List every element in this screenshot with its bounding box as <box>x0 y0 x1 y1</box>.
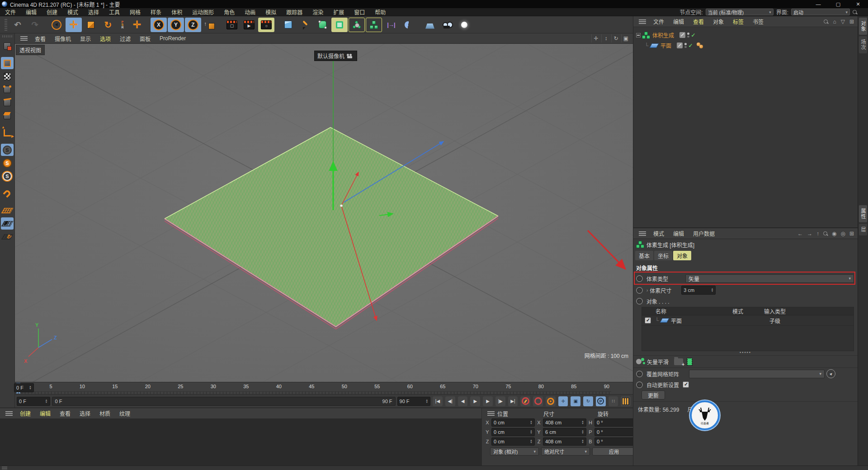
animation-ring-icon[interactable] <box>637 382 642 387</box>
goto-prev-key-button[interactable]: ◀| <box>445 396 455 406</box>
interface-dropdown[interactable]: 启动 <box>791 9 850 15</box>
deformer-button[interactable]: |→| <box>383 18 399 32</box>
dock-tab-attributes[interactable]: 属性 <box>859 205 867 222</box>
align-workplane-button[interactable] <box>1 230 14 243</box>
table-row-plane[interactable]: └ 平面 子级 <box>642 315 854 325</box>
voxel-size-field[interactable]: 3 cm▲▼ <box>681 286 716 295</box>
view-pan-icon[interactable]: ✛ <box>591 34 600 42</box>
workplane-button[interactable] <box>1 204 14 216</box>
lock-y-axis-button[interactable]: Y <box>168 18 184 32</box>
floor-button[interactable] <box>422 18 438 32</box>
generator-button[interactable] <box>314 18 330 32</box>
end-frame-field[interactable]: 90 F▲▼ <box>397 397 431 406</box>
object-manager-menu-icon[interactable] <box>639 19 646 24</box>
visibility-dots-icon[interactable] <box>684 43 687 48</box>
search-icon[interactable] <box>853 10 857 14</box>
ruler-frame-field[interactable]: 0 F▲▼ <box>14 383 34 392</box>
om-menu-bookmarks[interactable]: 书签 <box>748 18 768 25</box>
minimize-button[interactable]: — <box>808 0 828 8</box>
menu-tracker[interactable]: 跟踪器 <box>281 8 307 16</box>
menu-volume[interactable]: 体积 <box>166 8 187 16</box>
size-mode-dropdown[interactable]: 绝对尺寸 <box>541 447 590 456</box>
palette-grip[interactable] <box>2 35 12 38</box>
magnet-tool-button[interactable] <box>1 187 14 199</box>
render-settings-button[interactable]: ☼ <box>258 18 274 32</box>
point-mode-button[interactable] <box>1 83 14 95</box>
search-icon[interactable] <box>823 231 828 236</box>
menu-tools[interactable]: 工具 <box>104 8 125 16</box>
objects-list-empty[interactable] <box>642 326 854 351</box>
am-menu-userdata[interactable]: 用户数据 <box>689 230 719 237</box>
quantize-snap-button[interactable]: S <box>1 170 14 182</box>
viewport-menu-icon[interactable] <box>20 36 28 41</box>
coordinates-menu-icon[interactable] <box>487 411 495 416</box>
back-icon[interactable]: ← <box>797 230 803 237</box>
apply-button[interactable]: 应用 <box>592 447 636 456</box>
toolbar-grip[interactable] <box>5 19 7 31</box>
object-name[interactable]: 平面 <box>660 42 671 49</box>
last-tool-psr-button[interactable]: PSR <box>117 18 128 32</box>
visibility-dots-icon[interactable] <box>687 33 689 38</box>
row-checkbox[interactable] <box>645 317 651 324</box>
layer-toggle-icon[interactable] <box>679 32 685 38</box>
viewport[interactable]: 查看 摄像机 显示 选项 过滤 面板 ProRender ✛ ↕ ↻ ▣ <box>15 33 633 382</box>
lock-x-axis-button[interactable]: X <box>151 18 167 32</box>
expand-arrow-icon[interactable]: › <box>646 288 648 293</box>
goto-next-key-button[interactable]: |▶ <box>495 396 505 406</box>
primitive-cube-button[interactable] <box>280 18 296 32</box>
search-icon[interactable] <box>824 19 828 24</box>
om-menu-object[interactable]: 对象 <box>708 18 728 25</box>
rotation-b-field[interactable]: 0 °▲▼ <box>594 437 638 446</box>
next-frame-button[interactable]: ▶ <box>483 396 493 406</box>
menu-extensions[interactable]: 扩展 <box>328 8 349 16</box>
render-picture-viewer-button[interactable]: ▶ <box>241 18 257 32</box>
animation-ring-icon[interactable] <box>637 299 642 304</box>
volume-builder-button[interactable] <box>349 18 365 32</box>
close-button[interactable]: ✕ <box>848 0 868 8</box>
layer-toggle-icon[interactable] <box>677 42 683 48</box>
phong-tag-icon[interactable] <box>697 42 704 49</box>
om-menu-edit[interactable]: 编辑 <box>669 18 689 25</box>
key-position-toggle[interactable]: ✛ <box>558 396 568 406</box>
lock-z-axis-button[interactable]: Z <box>185 18 201 32</box>
autokey-button[interactable] <box>533 396 543 406</box>
position-y-field[interactable]: 0 cm▲▼ <box>491 428 535 436</box>
gizmo-center[interactable] <box>340 204 342 207</box>
make-editable-button[interactable] <box>1 40 14 52</box>
snap-settings-button[interactable]: S <box>1 157 14 169</box>
size-x-field[interactable]: 408 cm▲▼ <box>543 418 586 427</box>
goto-end-button[interactable]: ▶| <box>508 396 518 406</box>
coordinate-mode-dropdown[interactable]: 对象 (相对) <box>490 447 539 456</box>
play-button[interactable]: ▶ <box>470 396 480 406</box>
viewport-menu-filter[interactable]: 过滤 <box>115 35 135 42</box>
position-x-field[interactable]: 0 cm▲▼ <box>491 418 535 427</box>
texture-mode-button[interactable] <box>1 70 14 82</box>
om-menu-file[interactable]: 文件 <box>649 18 669 25</box>
material-menu-create[interactable]: 创建 <box>15 409 35 417</box>
redo-button[interactable]: ↷ <box>27 18 43 32</box>
scale-tool-button[interactable] <box>83 18 99 32</box>
size-z-field[interactable]: 408 cm▲▼ <box>543 437 586 446</box>
om-menu-view[interactable]: 查看 <box>689 18 708 25</box>
dock-tab-layers[interactable]: 层 <box>859 224 867 235</box>
view-rotate-icon[interactable]: ↻ <box>611 34 620 42</box>
forward-icon[interactable]: → <box>807 230 812 237</box>
add-panel-icon[interactable]: ⊞ <box>849 230 854 237</box>
material-menu-icon[interactable] <box>5 411 13 416</box>
spline-pen-button[interactable] <box>297 18 313 32</box>
enable-axis-button[interactable] <box>1 127 14 139</box>
view-toggle-icon[interactable]: ▣ <box>621 34 630 42</box>
material-menu-select[interactable]: 选择 <box>75 409 95 417</box>
view-zoom-icon[interactable]: ↕ <box>601 34 610 42</box>
rotate-tool-button[interactable]: ↻ <box>100 18 116 32</box>
prev-frame-button[interactable]: ◀ <box>458 396 468 406</box>
light-button[interactable] <box>456 18 472 32</box>
viewport-menu-panel[interactable]: 面板 <box>135 35 155 42</box>
model-mode-button[interactable] <box>1 57 14 69</box>
undo-button[interactable]: ↶ <box>9 18 26 32</box>
animation-ring-icon[interactable] <box>637 288 642 293</box>
menu-character[interactable]: 角色 <box>219 8 240 16</box>
resize-handle[interactable]: ••••• <box>633 351 858 355</box>
material-manager[interactable]: 创建 编辑 查看 选择 材质 纹理 <box>0 408 481 465</box>
smooth-layer-row[interactable]: 矢量平滑 <box>633 355 858 368</box>
